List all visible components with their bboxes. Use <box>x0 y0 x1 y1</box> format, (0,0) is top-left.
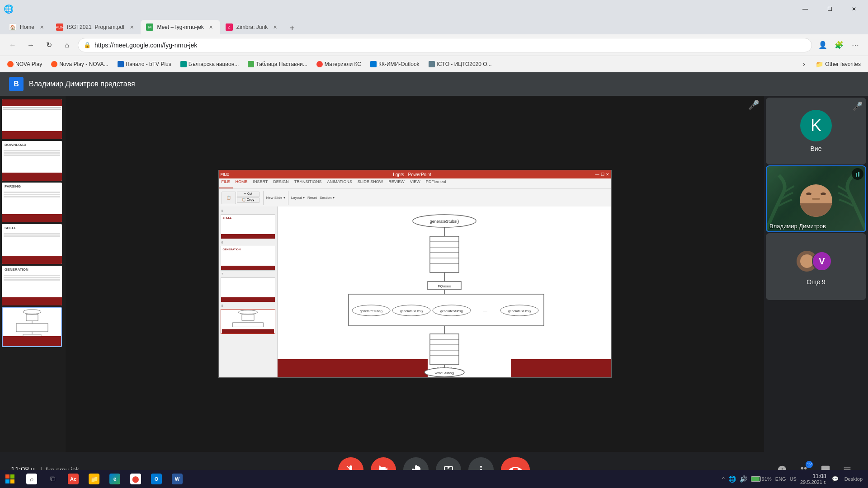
taskbar-region: US <box>790 476 797 482</box>
taskbar-taskview[interactable]: ⧉ <box>42 470 62 488</box>
taskbar-outlook[interactable]: O <box>146 470 166 488</box>
desktop-button[interactable]: Desktop <box>844 476 863 482</box>
pp-slide-mini-8[interactable] <box>221 309 275 334</box>
show-hidden-icons[interactable]: ^ <box>722 476 725 482</box>
svg-rect-0 <box>3 336 61 346</box>
pp-tab-design[interactable]: DESIGN <box>270 178 292 188</box>
home-button[interactable]: ⌂ <box>60 38 74 52</box>
self-participant-card[interactable]: 🎤 K Вие <box>766 98 866 164</box>
slide-thumb-5[interactable]: GENERATION <box>2 266 62 305</box>
tab-meet-close[interactable]: ✕ <box>208 23 215 31</box>
bookmark-materials-label: Материали КС <box>325 61 361 67</box>
meet-container: B Владимир Димитров представя DOWNLOAD <box>0 72 868 488</box>
svg-text:—: — <box>483 308 487 313</box>
tab-home[interactable]: 🏠 Home ✕ <box>4 20 51 34</box>
taskbar-word[interactable]: W <box>167 470 187 488</box>
bookmark-nova-play2[interactable]: Nova Play - NOVA... <box>47 58 112 70</box>
vladimir-name-overlay: Владимир Димитров <box>769 223 826 230</box>
taskbar-lang[interactable]: ENG <box>775 476 786 482</box>
tab-meet[interactable]: M Meet – fyg-nrnu-jek ✕ <box>141 20 220 34</box>
pp-slide-mini-5[interactable]: SHELL <box>221 214 275 239</box>
back-button[interactable]: ← <box>5 38 20 52</box>
bookmark-materials[interactable]: Материали КС <box>313 58 365 70</box>
folder-icon: 📁 <box>816 61 823 68</box>
pp-tab-transitions[interactable]: TRANSITIONS <box>292 178 325 188</box>
bookmark-nova-play[interactable]: NOVA Play <box>4 58 46 70</box>
bookmark-bg[interactable]: Българска национ... <box>177 58 243 70</box>
slide-thumb-3[interactable]: PARSING <box>2 183 62 222</box>
taskbar-chrome[interactable]: ⬤ <box>126 470 146 488</box>
svg-text:generateStubs(): generateStubs() <box>440 310 462 313</box>
svg-rect-11 <box>222 329 274 333</box>
address-bar[interactable]: 🔒 https://meet.google.com/fyg-nrnu-jek <box>78 38 812 52</box>
profile-button[interactable]: 👤 <box>816 38 830 52</box>
slide-thumb-2[interactable]: DOWNLOAD <box>2 141 62 181</box>
bookmark-kk[interactable]: КК-ИМИ-Outlook <box>367 58 423 70</box>
taskbar-acrobat[interactable]: Ac <box>63 470 83 488</box>
lock-icon: 🔒 <box>84 42 91 48</box>
taskbar-volume[interactable]: 🔊 <box>740 475 747 483</box>
pp-tab-review[interactable]: REVIEW <box>386 178 407 188</box>
pp-tab-view[interactable]: VIEW <box>407 178 423 188</box>
notifications-button[interactable]: 💬 <box>830 476 841 482</box>
slide-thumb-1[interactable] <box>2 99 62 139</box>
slide-thumb-6[interactable] <box>2 307 62 347</box>
mute-indicator: 🎤 <box>748 99 760 110</box>
bookmarks-more-button[interactable]: › <box>797 58 810 70</box>
refresh-button[interactable]: ↻ <box>42 38 56 52</box>
other-favorites-button[interactable]: 📁 Other favorites <box>812 58 864 70</box>
forward-button[interactable]: → <box>24 38 38 52</box>
pp-slide-mini-6[interactable]: GENERATION <box>221 246 275 271</box>
pp-ribbon: FILE HOME INSERT DESIGN TRANSITIONS ANIM… <box>219 178 611 206</box>
svg-point-47 <box>480 466 482 468</box>
tab-home-close[interactable]: ✕ <box>38 23 45 31</box>
minimize-button[interactable]: — <box>795 2 816 16</box>
self-mute-icon: 🎤 <box>853 101 863 111</box>
pp-tab-insert[interactable]: INSERT <box>250 178 271 188</box>
bookmark-nova-play2-label: Nova Play - NOVA... <box>59 61 108 67</box>
settings-button[interactable]: ⋯ <box>848 38 863 52</box>
clock-date: 29.5.2021 г. <box>800 479 826 485</box>
pp-tab-animations[interactable]: ANIMATIONS <box>324 178 354 188</box>
taskbar-right: ^ 🌐 🔊 91% ENG US 11:08 29.5.2021 г. 💬 De… <box>717 473 868 485</box>
close-button[interactable]: ✕ <box>844 2 864 16</box>
pp-cut-btn[interactable]: ✂ Cut <box>237 192 259 197</box>
new-tab-button[interactable]: + <box>286 22 298 34</box>
taskbar-network[interactable]: 🌐 <box>728 475 736 483</box>
battery-percent: 91% <box>762 476 772 482</box>
pp-tab-slideshow[interactable]: SLIDE SHOW <box>355 178 386 188</box>
bookmark-icto[interactable]: ICTO - ИЦТО2020 О... <box>425 58 495 70</box>
tab-zimbra[interactable]: Z Zimbra: Junk ✕ <box>220 20 284 34</box>
vladimir-participant-card[interactable]: Владимир Димитров <box>766 165 866 232</box>
tab-zimbra-close[interactable]: ✕ <box>271 23 278 31</box>
pp-slide-mini-7[interactable] <box>221 277 275 302</box>
others-participant-card[interactable]: V Още 9 <box>766 233 866 300</box>
pp-tab-file[interactable]: FILE <box>219 178 233 188</box>
svg-text:generateStubs(): generateStubs() <box>508 310 530 313</box>
taskbar: ⌕ ⧉ Ac 📁 e ⬤ O W ^ 🌐 🔊 91% <box>0 470 868 488</box>
svg-rect-52 <box>5 479 9 483</box>
nav-bar: ← → ↻ ⌂ 🔒 https://meet.google.com/fyg-nr… <box>0 34 868 56</box>
speaking-icon <box>852 168 863 180</box>
clock[interactable]: 11:08 29.5.2021 г. <box>800 473 826 485</box>
taskbar-search[interactable]: ⌕ <box>22 470 42 488</box>
extensions-button[interactable]: 🧩 <box>832 38 846 52</box>
pp-statusbar: SLIDE 8 OF 18 | ENGLISH (UNITED STATES) … <box>219 377 611 378</box>
start-button[interactable] <box>0 470 20 488</box>
slide-thumb-4[interactable]: SHELL <box>2 224 62 264</box>
tab-pdf[interactable]: PDF ISGT2021_Program.pdf ✕ <box>51 20 141 34</box>
taskbar-explorer[interactable]: 📁 <box>84 470 104 488</box>
pp-copy-btn[interactable]: 📋 Copy <box>237 197 259 203</box>
svg-rect-46 <box>858 172 859 177</box>
maximize-button[interactable]: ☐ <box>819 2 840 16</box>
others-count: Още 9 <box>807 278 826 286</box>
pp-paste-btn[interactable]: 📋 <box>222 192 236 204</box>
bookmark-btv[interactable]: Начало - bTV Plus <box>114 58 175 70</box>
presentation-area: DOWNLOAD PARSING <box>0 96 764 452</box>
pp-tab-pdfelement[interactable]: PDFlement <box>423 178 449 188</box>
bookmark-table[interactable]: Таблица Наставни... <box>244 58 311 70</box>
taskbar-edge[interactable]: e <box>105 470 125 488</box>
pp-tab-home[interactable]: HOME <box>233 178 250 188</box>
svg-rect-6 <box>23 334 41 336</box>
tab-pdf-close[interactable]: ✕ <box>128 23 135 31</box>
